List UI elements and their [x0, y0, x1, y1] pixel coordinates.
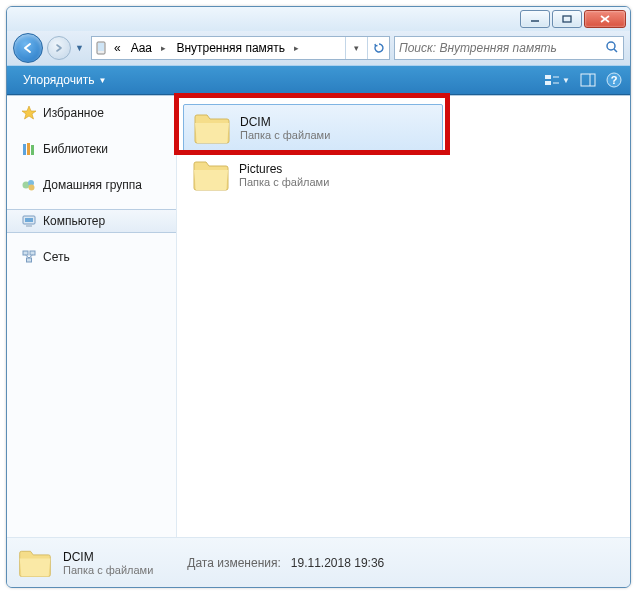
- back-button[interactable]: [13, 33, 43, 63]
- svg-rect-16: [23, 144, 26, 155]
- minimize-button[interactable]: [520, 10, 550, 28]
- titlebar: [7, 7, 630, 31]
- sidebar-label: Сеть: [43, 250, 70, 264]
- svg-text:?: ?: [611, 74, 618, 86]
- folder-item-dcim[interactable]: DCIM Папка с файлами: [183, 104, 443, 152]
- svg-rect-17: [27, 143, 30, 155]
- svg-line-7: [614, 49, 617, 52]
- folder-desc: Папка с файлами: [239, 176, 329, 188]
- details-name: DCIM: [63, 550, 153, 564]
- device-icon: [92, 41, 110, 55]
- chevron-right-icon: ▸: [161, 43, 166, 53]
- sidebar-item-homegroup[interactable]: Домашняя группа: [7, 174, 176, 196]
- chevron-right-icon: ▸: [294, 43, 299, 53]
- nav-history-dropdown[interactable]: ▼: [75, 43, 87, 53]
- svg-rect-25: [23, 251, 28, 255]
- maximize-button[interactable]: [552, 10, 582, 28]
- forward-button[interactable]: [47, 36, 71, 60]
- search-icon[interactable]: [605, 40, 619, 57]
- sidebar: Избранное Библиотеки Домашняя группа: [7, 96, 177, 537]
- svg-rect-5: [98, 43, 104, 51]
- nav-row: ▼ « Aaa ▸ Внутренняя память ▸ ▾: [7, 31, 630, 65]
- network-icon: [21, 249, 37, 265]
- sidebar-label: Компьютер: [43, 214, 105, 228]
- star-icon: [21, 105, 37, 121]
- address-dropdown[interactable]: ▾: [345, 37, 367, 59]
- sidebar-label: Избранное: [43, 106, 104, 120]
- details-modified-label: Дата изменения:: [187, 556, 281, 570]
- svg-rect-9: [545, 81, 551, 85]
- toolbar: Упорядочить ▼ ▼ ?: [7, 65, 630, 95]
- sidebar-item-libraries[interactable]: Библиотеки: [7, 138, 176, 160]
- sidebar-label: Домашняя группа: [43, 178, 142, 192]
- svg-rect-18: [31, 145, 34, 155]
- folder-icon: [192, 111, 232, 145]
- help-button[interactable]: ?: [606, 72, 622, 88]
- search-input[interactable]: [399, 41, 605, 55]
- svg-rect-23: [25, 218, 33, 222]
- svg-rect-12: [581, 74, 595, 86]
- homegroup-icon: [21, 177, 37, 193]
- folder-name: Pictures: [239, 162, 329, 176]
- view-options-button[interactable]: ▼: [544, 73, 570, 87]
- explorer-window: ▼ « Aaa ▸ Внутренняя память ▸ ▾ Упорядоч…: [6, 6, 631, 588]
- svg-rect-26: [30, 251, 35, 255]
- svg-rect-27: [27, 258, 32, 262]
- breadcrumb-item-0[interactable]: Aaa ▸: [127, 37, 173, 59]
- folder-name: DCIM: [240, 115, 330, 129]
- sidebar-item-network[interactable]: Сеть: [7, 246, 176, 268]
- details-pane: DCIM Папка с файлами Дата изменения: 19.…: [7, 537, 630, 587]
- folder-icon: [191, 158, 231, 192]
- folder-item-pictures[interactable]: Pictures Папка с файлами: [183, 152, 443, 198]
- preview-pane-button[interactable]: [580, 73, 596, 87]
- details-desc: Папка с файлами: [63, 564, 153, 576]
- organize-button[interactable]: Упорядочить ▼: [15, 70, 114, 90]
- breadcrumb-item-1[interactable]: Внутренняя память ▸: [172, 37, 305, 59]
- search-box[interactable]: [394, 36, 624, 60]
- svg-rect-1: [563, 16, 571, 22]
- svg-point-6: [607, 42, 615, 50]
- libraries-icon: [21, 141, 37, 157]
- sidebar-item-favorites[interactable]: Избранное: [7, 102, 176, 124]
- details-modified-value: 19.11.2018 19:36: [291, 556, 384, 570]
- body: Избранное Библиотеки Домашняя группа: [7, 95, 630, 537]
- svg-rect-24: [26, 225, 32, 227]
- folder-desc: Папка с файлами: [240, 129, 330, 141]
- address-bar[interactable]: « Aaa ▸ Внутренняя память ▸ ▾: [91, 36, 390, 60]
- content-area[interactable]: DCIM Папка с файлами Pictures Папка с фа…: [177, 96, 630, 537]
- close-button[interactable]: [584, 10, 626, 28]
- sidebar-item-computer[interactable]: Компьютер: [7, 209, 176, 233]
- folder-icon: [17, 547, 53, 579]
- svg-rect-8: [545, 75, 551, 79]
- svg-point-21: [29, 185, 35, 191]
- sidebar-label: Библиотеки: [43, 142, 108, 156]
- refresh-button[interactable]: [367, 37, 389, 59]
- breadcrumb-prefix[interactable]: «: [110, 37, 127, 59]
- computer-icon: [21, 213, 37, 229]
